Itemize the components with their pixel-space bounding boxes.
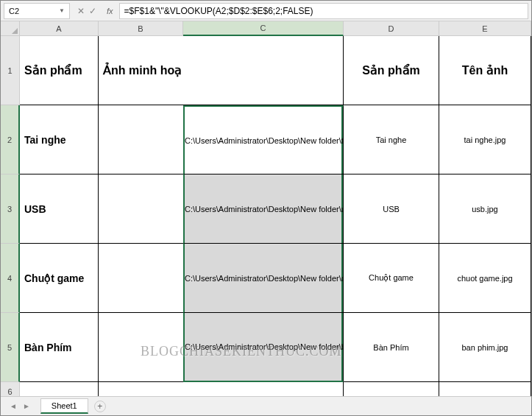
column-headers: A B C D E [1, 21, 531, 36]
cell-d5[interactable]: Bàn Phím [344, 313, 439, 382]
grid: A B C D E 1 Sản phẩm Ảnh minh hoạ Sản ph… [1, 21, 531, 401]
row-header-5[interactable]: 5 [1, 313, 20, 382]
add-sheet-button[interactable]: + [94, 401, 106, 412]
cell-d1[interactable]: Sản phẩm [344, 36, 439, 105]
cell-a5[interactable]: Bàn Phím [20, 313, 99, 382]
cell-b3[interactable] [99, 174, 183, 244]
cell-e2[interactable]: tai nghe.jpg [439, 105, 531, 174]
next-sheet-icon[interactable]: ► [23, 402, 30, 410]
cell-c3[interactable]: C:\Users\Administrator\Desktop\New folde… [183, 174, 344, 244]
cell-a3[interactable]: USB [20, 174, 99, 244]
cell-b5[interactable] [99, 313, 183, 382]
formula-buttons: ✕ ✓ [73, 6, 101, 16]
cell-a4[interactable]: Chuột game [20, 244, 99, 313]
cell-text: C:\Users\Administrator\Desktop\New folde… [185, 205, 344, 214]
enter-icon[interactable]: ✓ [89, 6, 96, 16]
cell-d2[interactable]: Tai nghe [344, 105, 439, 174]
prev-sheet-icon[interactable]: ◄ [10, 402, 17, 410]
table-row: 2 Tai nghe C:\Users\Administrator\Deskto… [1, 105, 531, 174]
cancel-icon[interactable]: ✕ [77, 6, 85, 16]
cell-a1[interactable]: Sản phẩm [20, 36, 99, 105]
row-header-2[interactable]: 2 [1, 105, 20, 174]
cell-c1[interactable] [183, 36, 344, 105]
sheet-tab[interactable]: Sheet1 [40, 398, 88, 414]
name-box[interactable]: C2 ▼ [4, 3, 70, 19]
name-box-value: C2 [9, 7, 19, 15]
row-header-4[interactable]: 4 [1, 244, 20, 313]
table-row: 4 Chuột game C:\Users\Administrator\Desk… [1, 244, 531, 313]
excel-app: C2 ▼ ✕ ✓ fx =$F$1&"\"&VLOOKUP(A2;$D$2:$E… [0, 0, 532, 416]
sheet-nav[interactable]: ◄ ► [5, 402, 35, 410]
chevron-down-icon: ▼ [59, 7, 65, 14]
table-row: 1 Sản phẩm Ảnh minh hoạ Sản phẩm Tên ảnh [1, 36, 531, 105]
cell-e5[interactable]: ban phim.jpg [439, 313, 531, 382]
cell-b1[interactable]: Ảnh minh hoạ [99, 36, 183, 105]
row-header-1[interactable]: 1 [1, 36, 20, 105]
cell-c2[interactable]: C:\Users\Administrator\Desktop\New folde… [183, 105, 344, 174]
cell-text: C:\Users\Administrator\Desktop\New folde… [185, 136, 344, 145]
col-header-e[interactable]: E [439, 21, 531, 36]
cell-e3[interactable]: usb.jpg [439, 174, 531, 244]
sheet-tab-bar: ◄ ► Sheet1 + [1, 396, 531, 415]
cell-c4[interactable]: C:\Users\Administrator\Desktop\New folde… [183, 244, 344, 313]
formula-input[interactable]: =$F$1&"\"&VLOOKUP(A2;$D$2:$E$6;2;FALSE) [119, 3, 528, 19]
cell-c5[interactable]: C:\Users\Administrator\Desktop\New folde… [183, 313, 344, 382]
cell-b4[interactable] [99, 244, 183, 313]
col-header-b[interactable]: B [99, 21, 183, 36]
rows: 1 Sản phẩm Ảnh minh hoạ Sản phẩm Tên ảnh… [1, 36, 531, 401]
cell-d4[interactable]: Chuột game [344, 244, 439, 313]
cell-text: C:\Users\Administrator\Desktop\New folde… [185, 342, 344, 351]
table-row: 5 Bàn Phím C:\Users\Administrator\Deskto… [1, 313, 531, 382]
cell-text: C:\Users\Administrator\Desktop\New folde… [185, 274, 344, 283]
col-header-c[interactable]: C [183, 21, 344, 36]
formula-text: =$F$1&"\"&VLOOKUP(A2;$D$2:$E$6;2;FALSE) [124, 6, 313, 16]
row-header-3[interactable]: 3 [1, 174, 20, 244]
cell-b2[interactable] [99, 105, 183, 174]
cell-d3[interactable]: USB [344, 174, 439, 244]
cell-a2[interactable]: Tai nghe [20, 105, 99, 174]
fx-icon[interactable]: fx [104, 7, 116, 15]
cell-e4[interactable]: chuot game.jpg [439, 244, 531, 313]
col-header-d[interactable]: D [344, 21, 439, 36]
col-header-a[interactable]: A [20, 21, 99, 36]
cell-e1[interactable]: Tên ảnh [439, 36, 531, 105]
select-all-corner[interactable] [1, 21, 20, 36]
formula-bar: C2 ▼ ✕ ✓ fx =$F$1&"\"&VLOOKUP(A2;$D$2:$E… [1, 1, 531, 21]
table-row: 3 USB C:\Users\Administrator\Desktop\New… [1, 174, 531, 244]
